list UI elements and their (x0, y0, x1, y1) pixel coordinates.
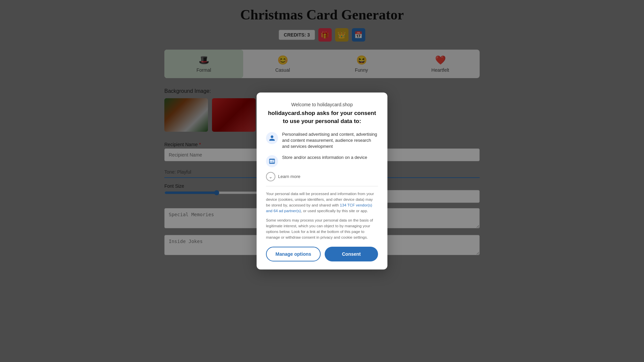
modal-title: holidaycard.shop asks for your consent t… (266, 109, 378, 125)
manage-options-button[interactable]: Manage options (266, 247, 321, 261)
consent-modal: Welcome to holidaycard.shop holidaycard.… (257, 93, 387, 269)
consent-body-text-2: Some vendors may process your personal d… (266, 218, 378, 241)
consent-body-text-1: Your personal data will be processed and… (266, 191, 378, 214)
learn-more-row[interactable]: ⌄ Learn more (266, 172, 378, 181)
modal-divider (266, 186, 378, 186)
modal-buttons: Manage options Consent (266, 247, 378, 261)
modal-overlay: Welcome to holidaycard.shop holidaycard.… (0, 0, 644, 362)
consent-item-advertising: Personalised advertising and content, ad… (266, 131, 378, 150)
chevron-down-icon: ⌄ (266, 172, 275, 181)
modal-subtitle: Welcome to holidaycard.shop (266, 102, 378, 107)
device-icon (266, 155, 278, 167)
consent-item-device: Store and/or access information on a dev… (266, 155, 378, 167)
vendor-link[interactable]: 134 TCF vendor(s) and 64 ad partner(s) (266, 203, 372, 213)
consent-advertising-text: Personalised advertising and content, ad… (282, 131, 378, 150)
consent-device-text: Store and/or access information on a dev… (282, 155, 367, 161)
consent-button[interactable]: Consent (325, 247, 378, 261)
learn-more-label: Learn more (278, 174, 300, 179)
advertising-icon (266, 132, 278, 144)
